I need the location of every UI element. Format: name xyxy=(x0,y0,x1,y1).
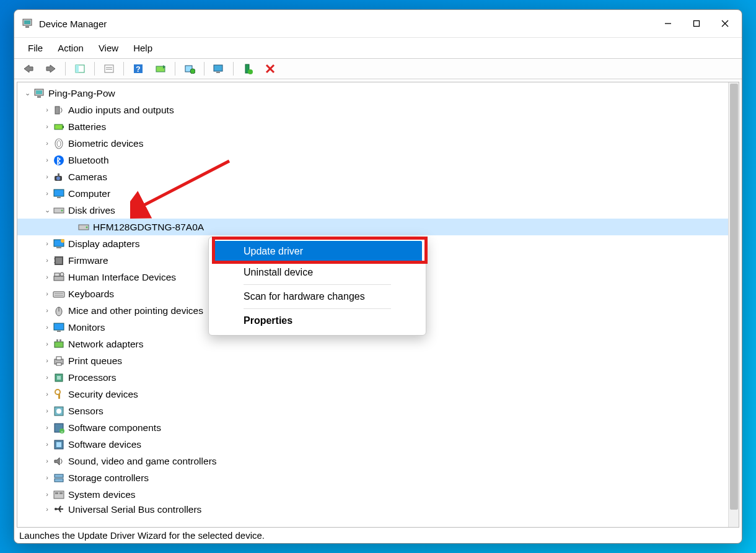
toolbar-scan-hardware-button[interactable] xyxy=(150,61,171,76)
expand-icon[interactable]: › xyxy=(42,403,52,419)
expand-icon[interactable]: › xyxy=(42,386,52,403)
maximize-button[interactable] xyxy=(682,11,711,36)
tree-category[interactable]: ›Bluetooth xyxy=(17,152,739,168)
tree-item-label: Storage controllers xyxy=(68,469,149,486)
toolbar-separator xyxy=(233,62,234,76)
expand-icon[interactable]: › xyxy=(42,436,52,453)
toolbar-enable-device-button[interactable] xyxy=(237,61,258,76)
tree-category[interactable]: ⌄Disk drives xyxy=(17,202,739,219)
expand-icon[interactable]: › xyxy=(42,269,52,285)
expand-icon[interactable]: › xyxy=(42,453,52,469)
menubar: File Action View Help xyxy=(14,37,742,58)
svg-rect-39 xyxy=(57,197,61,198)
tree-item-label: Cameras xyxy=(68,168,107,185)
tree-item-label: Sound, video and game controllers xyxy=(68,453,217,469)
tree-category[interactable]: ›Sensors xyxy=(17,403,739,419)
tree-category[interactable]: ›Software devices xyxy=(17,436,739,453)
context-menu-item[interactable]: Properties xyxy=(213,310,422,331)
device-category-icon xyxy=(52,388,66,401)
expand-icon[interactable]: › xyxy=(42,285,52,302)
tree-category[interactable]: ›Security devices xyxy=(17,386,739,403)
tree-category[interactable]: ›Biometric devices xyxy=(17,135,739,152)
svg-rect-65 xyxy=(56,357,61,360)
toolbar-properties-button[interactable] xyxy=(99,61,120,76)
expand-icon[interactable]: › xyxy=(42,252,52,269)
titlebar: Device Manager xyxy=(14,10,742,37)
expand-icon[interactable]: › xyxy=(42,185,52,202)
device-category-icon xyxy=(52,204,66,217)
svg-rect-48 xyxy=(56,258,62,264)
toolbar-uninstall-monitor-button[interactable] xyxy=(208,61,229,76)
svg-rect-77 xyxy=(56,442,61,447)
svg-rect-27 xyxy=(36,90,42,94)
device-category-icon xyxy=(52,438,66,451)
toolbar-forward-button[interactable] xyxy=(40,61,61,76)
expand-icon[interactable]: › xyxy=(42,469,52,486)
tree-category[interactable]: ›+Software components xyxy=(17,419,739,436)
collapse-icon[interactable]: ⌄ xyxy=(22,85,32,102)
toolbar-update-driver-button[interactable] xyxy=(179,61,200,76)
device-category-icon xyxy=(52,371,66,385)
vertical-scrollbar[interactable] xyxy=(728,82,739,527)
toolbar-separator xyxy=(65,62,66,76)
svg-marker-7 xyxy=(24,65,33,72)
collapse-icon[interactable]: ⌄ xyxy=(42,202,52,219)
svg-point-23 xyxy=(248,69,253,74)
svg-point-36 xyxy=(56,176,60,180)
menu-view[interactable]: View xyxy=(91,41,126,54)
toolbar-separator xyxy=(123,62,124,76)
device-category-icon xyxy=(77,220,90,234)
menu-help[interactable]: Help xyxy=(126,41,160,54)
context-menu-item[interactable]: Update driver xyxy=(213,241,422,262)
device-category-icon xyxy=(52,455,66,468)
tree-category[interactable]: ›System devices xyxy=(17,486,739,503)
svg-rect-70 xyxy=(58,394,60,399)
device-category-icon: + xyxy=(52,421,66,435)
context-menu-item[interactable]: Scan for hardware changes xyxy=(213,286,422,307)
close-button[interactable] xyxy=(711,11,739,36)
expand-icon[interactable]: › xyxy=(42,135,52,152)
context-menu-item[interactable]: Uninstall device xyxy=(213,262,422,283)
svg-rect-60 xyxy=(57,331,61,332)
toolbar-back-button[interactable] xyxy=(18,61,39,76)
expand-icon[interactable]: › xyxy=(42,168,52,185)
expand-icon[interactable]: › xyxy=(42,503,52,515)
scrollbar-thumb[interactable] xyxy=(730,84,738,510)
expand-icon[interactable]: › xyxy=(42,486,52,503)
expand-icon[interactable]: › xyxy=(42,118,52,135)
tree-category[interactable]: ›Network adapters xyxy=(17,336,739,352)
svg-rect-4 xyxy=(694,21,700,27)
device-category-icon xyxy=(52,137,66,150)
svg-point-53 xyxy=(60,272,64,276)
menu-file[interactable]: File xyxy=(20,41,50,54)
tree-category[interactable]: ›Batteries xyxy=(17,118,739,135)
expand-icon[interactable]: › xyxy=(42,369,52,386)
expand-icon[interactable]: › xyxy=(42,102,52,118)
svg-rect-62 xyxy=(56,339,58,342)
expand-icon[interactable]: › xyxy=(42,319,52,336)
tree-category[interactable]: ›Computer xyxy=(17,185,739,202)
svg-rect-80 xyxy=(55,479,63,482)
tree-category[interactable]: ›Storage controllers xyxy=(17,469,739,486)
toolbar-disable-device-button[interactable] xyxy=(260,61,281,76)
tree-category[interactable]: ›Processors xyxy=(17,369,739,386)
tree-category[interactable]: ›Sound, video and game controllers xyxy=(17,453,739,469)
expand-icon[interactable]: › xyxy=(42,336,52,352)
expand-icon[interactable]: › xyxy=(42,419,52,436)
expand-icon[interactable]: › xyxy=(42,235,52,252)
toolbar-show-hidden-button[interactable] xyxy=(69,61,90,76)
tree-category[interactable]: ›Universal Serial Bus controllers xyxy=(17,503,739,515)
tree-category[interactable]: ›Print queues xyxy=(17,352,739,369)
expand-icon[interactable]: › xyxy=(42,352,52,369)
tree-category[interactable]: ›Cameras xyxy=(17,168,739,185)
expand-icon[interactable]: › xyxy=(42,152,52,168)
tree-category[interactable]: ›Audio inputs and outputs xyxy=(17,102,739,118)
minimize-button[interactable] xyxy=(654,11,682,36)
menu-action[interactable]: Action xyxy=(50,41,91,54)
tree-root[interactable]: ⌄Ping-Pang-Pow xyxy=(17,85,739,102)
toolbar-help-button[interactable]: ? xyxy=(128,61,149,76)
svg-rect-79 xyxy=(55,474,63,477)
tree-device-selected[interactable]: HFM128GDGTNG-87A0A xyxy=(17,219,739,235)
svg-rect-28 xyxy=(37,96,41,98)
expand-icon[interactable]: › xyxy=(42,302,52,319)
